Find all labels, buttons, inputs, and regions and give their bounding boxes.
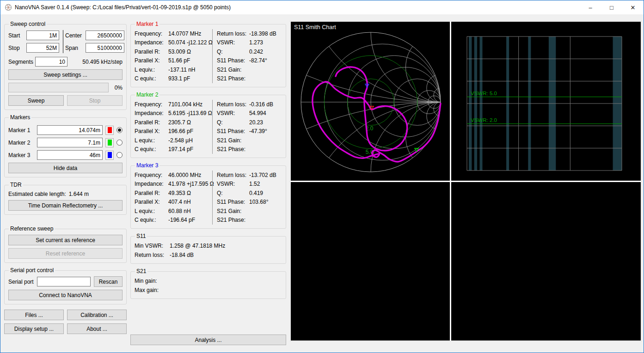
marker-label: Marker 3 [8, 152, 34, 158]
marker-detail-sections: Marker 1Frequency:14.0707 MHzImpedance:5… [130, 21, 286, 233]
marker-detail-section: Marker 3Frequency:46.0000 MHzImpedance:4… [130, 162, 286, 229]
data-row: Impedance:5.6195 -j113.69 Ω [135, 109, 209, 118]
segments-label: Segments [8, 59, 35, 65]
data-row: Q:0.242 [217, 47, 282, 56]
data-value: -18.84 dB [170, 252, 282, 258]
connect-button[interactable]: Connect to NanoVNA [8, 290, 123, 300]
analysis-button[interactable]: Analysis ... [130, 335, 286, 345]
data-row: Q:0.419 [217, 189, 282, 198]
data-label: Min VSWR: [135, 243, 170, 249]
segments-input[interactable] [35, 57, 67, 67]
marker-detail-columns: Frequency:46.0000 MHzImpedance:41.978 +j… [135, 170, 282, 225]
app-icon [5, 4, 12, 11]
marker-select-radio[interactable] [117, 140, 123, 146]
data-label: S11 Phase: [217, 199, 249, 205]
sweep-settings-button[interactable]: Sweep settings ... [8, 69, 123, 80]
span-input[interactable] [86, 43, 124, 53]
marker-color-swatch [108, 152, 112, 158]
data-row: VSWR:1.52 [217, 180, 282, 189]
data-row: S21 Phase: [217, 145, 282, 154]
s21-summary-group: S21 Min gain:Max gain: [130, 268, 286, 299]
rescan-button[interactable]: Rescan [94, 276, 123, 287]
tdr-button[interactable]: Time Domain Reflectometry ... [8, 200, 123, 211]
minimize-button[interactable]: – [580, 1, 601, 14]
data-label: Impedance: [135, 39, 168, 46]
data-value: -2.548 µH [168, 137, 209, 144]
data-value: 49.353 Ω [168, 190, 209, 196]
tdr-title: TDR [9, 182, 23, 188]
hide-data-button[interactable]: Hide data [8, 163, 123, 173]
data-label: Return loss: [217, 30, 249, 37]
marker-color-button[interactable] [105, 138, 114, 147]
polar-plot-panel[interactable] [291, 182, 450, 341]
data-value: 933.1 pF [168, 75, 209, 82]
data-row: S21 Gain: [217, 136, 282, 145]
marker-detail-section: Marker 1Frequency:14.0707 MHzImpedance:5… [130, 21, 286, 87]
stop-input[interactable] [26, 43, 59, 53]
rjx-chart-panel[interactable] [451, 182, 641, 341]
data-value: -196.64 pF [168, 217, 209, 223]
display-setup-button[interactable]: Display setup ... [4, 323, 64, 334]
marker-frequency-input[interactable] [37, 138, 103, 147]
data-label: S21 Phase: [217, 75, 249, 82]
data-value: 103.68° [249, 199, 282, 205]
data-value: 2305.7 Ω [168, 119, 209, 126]
data-label: Return loss: [135, 252, 170, 258]
data-label: VSWR: [217, 181, 249, 187]
files-button[interactable]: Files ... [4, 310, 64, 320]
data-label: Frequency: [135, 172, 168, 178]
titlebar: NanoVNA Saver 0.1.4 (Sweep: C:/Local fil… [0, 0, 644, 14]
s11-summary-title: S11 [135, 233, 147, 239]
marker-color-button[interactable] [105, 151, 114, 160]
calibration-button[interactable]: Calibration ... [67, 310, 127, 320]
data-label: Parallel X: [135, 128, 168, 134]
serial-port-label: Serial port [8, 279, 37, 285]
data-label: Return loss: [217, 172, 249, 178]
data-label: L equiv.: [135, 67, 168, 73]
serial-port-input[interactable] [37, 277, 91, 286]
marker-detail-section: Marker 2Frequency:7101.004 kHzImpedance:… [130, 91, 286, 158]
serial-port-group: Serial port control Serial port Rescan C… [4, 267, 127, 304]
cable-length-label: Estimated cable length: [8, 191, 66, 197]
marker-color-button[interactable] [105, 126, 114, 135]
center-input[interactable] [86, 30, 124, 40]
data-row: VSWR:54.994 [217, 109, 282, 118]
marker-detail-left: Frequency:46.0000 MHzImpedance:41.978 +j… [135, 170, 212, 225]
data-row: S21 Gain: [217, 207, 282, 216]
marker-row: Marker 2 [8, 138, 123, 147]
marker-select-radio[interactable] [117, 152, 123, 158]
step-size-text: 50.495 kHz/step [67, 59, 123, 65]
marker-select-radio[interactable] [117, 127, 123, 133]
start-input[interactable] [26, 30, 59, 40]
data-row: Parallel R:2305.7 Ω [135, 118, 209, 127]
maximize-button[interactable]: □ [601, 1, 622, 14]
data-row: VSWR:1.273 [217, 38, 282, 48]
data-row: Frequency:14.0707 MHz [135, 29, 209, 38]
data-value: 407.4 nH [168, 199, 209, 205]
marker-detail-title: Marker 3 [135, 162, 159, 169]
data-label: S21 Gain: [217, 67, 249, 73]
data-row: C equiv.:-196.64 pF [135, 216, 209, 225]
marker-frequency-input[interactable] [37, 150, 103, 160]
data-label: Parallel R: [135, 190, 168, 196]
close-button[interactable]: ✕ [622, 1, 644, 14]
data-label: VSWR: [217, 110, 249, 116]
reference-sweep-group: Reference sweep Set current as reference… [4, 225, 127, 263]
about-button[interactable]: About ... [67, 323, 127, 334]
data-row: L equiv.:-2.548 µH [135, 136, 209, 145]
marker-label: Marker 2 [8, 140, 34, 146]
marker-color-swatch [108, 127, 112, 133]
data-label: Frequency: [135, 101, 168, 108]
data-label: S21 Gain: [217, 208, 249, 214]
marker-frequency-input[interactable] [37, 125, 103, 135]
sweep-button[interactable]: Sweep [8, 95, 64, 106]
start-label: Start [8, 32, 26, 39]
smith-chart-panel[interactable]: 2.05.0S11 Smith Chart [291, 22, 450, 181]
data-label: Q: [217, 49, 249, 55]
data-value: -0.316 dB [249, 101, 282, 108]
data-label: S11 Phase: [217, 128, 249, 134]
set-reference-button[interactable]: Set current as reference [8, 235, 123, 245]
data-label: L equiv.: [135, 137, 168, 144]
serial-port-title: Serial port control [9, 267, 55, 274]
return-loss-chart-panel[interactable]: VSWR: 5.0VSWR: 2.0 [451, 22, 641, 181]
